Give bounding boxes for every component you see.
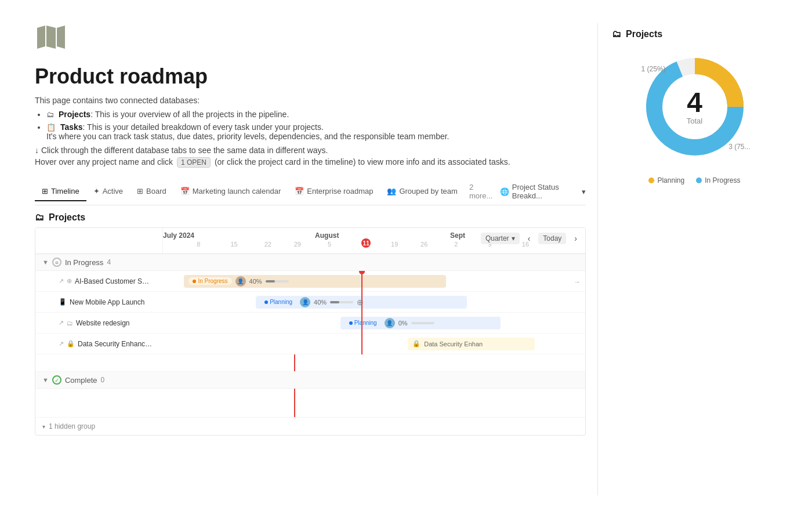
tasks-text: : This is your detailed breakdown of eve… [83,122,324,132]
in-progress-status-icon: ○ [52,258,61,267]
date-15: 15 [230,241,237,248]
today-line [361,271,362,292]
datasec-name-bar: Data Security Enhan [424,341,483,347]
timeline-controls: Quarter ▾ ‹ Today › [481,233,581,244]
chart-chevron-icon: ▾ [582,187,586,196]
logo [35,23,586,53]
in-progress-count: 4 [107,258,111,266]
timeline-container: July 2024 August Sept 8 15 22 29 5 11 19… [35,227,586,436]
ai-add-icon: ⊕ [67,277,72,285]
chart-globe-icon: 🌐 [500,187,509,196]
tab-more[interactable]: 2 more... [465,178,500,205]
website-avatar: 👤 [385,318,395,328]
website-status-badge: Planning [345,319,381,327]
donut-center-label: 4 Total [687,89,702,125]
ai-avatar: 👤 [235,276,246,287]
date-22: 22 [264,241,271,248]
website-task-name: Website redesign [76,319,130,327]
task-bar-area-ai: In Progress 👤 40% → [163,271,585,292]
donut-chart: 4 Total 1 (25%) 3 (75... [637,49,753,165]
tab-board-label: Board [146,187,166,195]
datasec-task-bar[interactable]: 🔒 Data Security Enhan [408,338,534,350]
tab-active-label: Active [103,187,123,195]
tasks-extra: It's where you can track task status, du… [46,132,449,141]
legend-in-progress: In Progress [696,176,740,184]
month-july: July 2024 [163,231,194,240]
tab-timeline[interactable]: ⊞ Timeline [35,182,86,201]
ai-status-badge: In Progress [188,277,231,285]
tab-enterprise[interactable]: 📅 Enterprise roadmap [288,182,380,201]
chart-tab-btn[interactable]: 🌐 Project Status Breakd... ▾ [500,178,586,205]
sidebar-title: 🗂 Projects [612,29,777,39]
description: This page contains two connected databas… [35,96,586,105]
hidden-group-label: 1 hidden group [49,422,95,430]
page-title: Product roadmap [35,64,586,89]
task-row-ai: ↗ ⊕ AI-Based Customer Support In Progres… [35,271,585,292]
datasec-nav-icon: ↗ [59,340,64,347]
prev-btn[interactable]: ‹ [524,233,534,244]
projects-text: : This is your overview of all the proje… [90,110,289,119]
quarter-btn[interactable]: Quarter ▾ [481,233,520,244]
today-btn[interactable]: Today [538,233,566,244]
pct-bottom-right: 3 (75... [728,143,750,151]
mobile-nav-icon: 📱 [59,298,67,306]
task-info-mobile: 📱 New Mobile App Launch [35,298,163,306]
projects-section-label: Projects [49,212,85,223]
date-8: 8 [197,241,200,248]
tab-marketing[interactable]: 📅 Marketing launch calendar [173,182,288,201]
date-5: 5 [328,241,331,248]
mobile-avatar: 👤 [300,297,310,307]
hint2: Hover over any project name and click 1 … [35,157,586,168]
tab-grouped[interactable]: 👥 Grouped by team [380,182,464,201]
chart-legend: Planning In Progress [612,176,777,184]
active-tab-icon: ✦ [93,187,100,195]
task-bar-area-mobile: Planning 👤 40% ⊕ [163,292,585,313]
quarter-chevron-icon: ▾ [512,234,515,242]
today-line-complete [294,389,295,417]
ai-nav-icon: ↗ [59,277,64,285]
empty-row [35,354,585,372]
tabs-bar: ⊞ Timeline ✦ Active ⊞ Board 📅 Marketing … [35,178,586,205]
complete-empty-row [35,389,585,418]
ai-task-bar[interactable]: In Progress 👤 40% [184,275,445,288]
bullet-list: 🗂 Projects: This is your overview of all… [46,110,586,141]
task-bar-area-datasec: 🔒 Data Security Enhan [163,334,585,354]
date-29: 29 [294,241,301,248]
website-progress-bar [411,322,434,324]
ai-arrow: → [574,277,581,286]
mobile-add-icon[interactable]: ⊕ [357,298,364,307]
donut-total: 4 [687,89,702,117]
mobile-pct: 40% [314,299,327,306]
planning-legend-dot [648,178,654,183]
tab-timeline-label: Timeline [51,187,79,195]
group-in-progress[interactable]: ▼ ○ In Progress 4 [35,254,585,271]
tab-board[interactable]: ⊞ Board [130,182,173,201]
datasec-task-name: Data Security Enhancement [78,340,153,348]
planning-legend-label: Planning [657,176,684,184]
date-12-today: 11 [361,238,371,248]
tab-enterprise-label: Enterprise roadmap [307,187,373,195]
next-btn[interactable]: › [571,233,581,244]
website-db-icon: 🗂 [67,320,73,327]
task-row-datasec: ↗ 🔒 Data Security Enhancement 🔒 Data Sec… [35,334,585,354]
col-timeline-header: July 2024 August Sept 8 15 22 29 5 11 19… [163,228,585,253]
timeline-col-headers: July 2024 August Sept 8 15 22 29 5 11 19… [35,228,585,254]
open-badge: 1 OPEN [177,157,211,168]
group-complete[interactable]: ▼ ✓ Complete 0 [35,372,585,389]
hidden-group[interactable]: ▾ 1 hidden group [35,418,585,435]
tab-active[interactable]: ✦ Active [86,182,130,201]
donut-sublabel: Total [687,117,702,125]
grouped-tab-icon: 👥 [387,187,396,195]
hidden-chevron-icon: ▾ [42,423,45,430]
today-line-datasec [361,334,362,354]
tab-grouped-label: Grouped by team [399,187,457,195]
date-2: 2 [454,241,458,248]
sidebar-projects-icon: 🗂 [612,29,621,39]
website-task-bar[interactable]: Planning 👤 0% [340,317,501,329]
datasec-lock: 🔒 [412,340,420,347]
group-toggle-complete[interactable]: ▼ [42,376,49,383]
group-toggle-in-progress[interactable]: ▼ [42,259,49,266]
bullet-tasks: 📋 Tasks: This is your detailed breakdown… [46,122,586,141]
today-line-empty [294,354,295,371]
mobile-status-badge: Planning [260,298,296,306]
